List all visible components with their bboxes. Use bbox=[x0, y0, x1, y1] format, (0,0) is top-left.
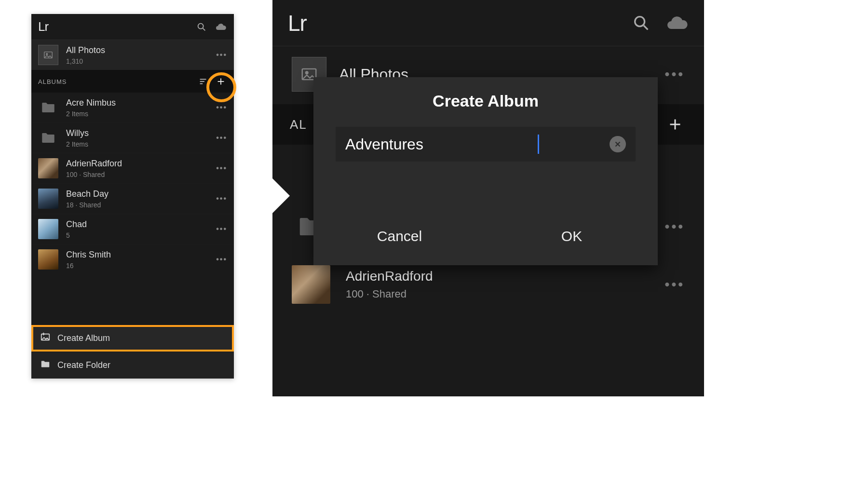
album-name: AdrienRadford bbox=[66, 159, 122, 169]
text-cursor bbox=[538, 135, 539, 154]
album-subtitle: 16 bbox=[66, 262, 111, 270]
search-icon[interactable] bbox=[630, 12, 653, 35]
more-icon[interactable]: ••• bbox=[216, 255, 227, 264]
cancel-button[interactable]: Cancel bbox=[313, 207, 486, 265]
app-logo: Lr bbox=[288, 10, 307, 36]
more-icon[interactable]: ••• bbox=[216, 164, 227, 173]
svg-line-13 bbox=[644, 26, 648, 29]
album-thumbnail bbox=[38, 189, 58, 209]
album-name: AdrienRadford bbox=[346, 269, 433, 284]
add-icon[interactable] bbox=[664, 113, 687, 136]
album-name-input[interactable] bbox=[345, 136, 539, 153]
more-icon[interactable]: ••• bbox=[216, 51, 227, 59]
svg-line-1 bbox=[203, 28, 205, 30]
more-icon[interactable]: ••• bbox=[665, 67, 685, 82]
more-icon[interactable]: ••• bbox=[665, 277, 685, 292]
album-name-field-wrap[interactable] bbox=[336, 127, 636, 162]
search-icon[interactable] bbox=[195, 21, 208, 33]
album-subtitle: 100 · Shared bbox=[346, 288, 433, 300]
app-logo: Lr bbox=[38, 19, 48, 34]
more-icon[interactable]: ••• bbox=[216, 194, 227, 203]
album-subtitle: 100 · Shared bbox=[66, 171, 122, 178]
create-folder-label: Create Folder bbox=[57, 360, 110, 370]
album-name: Chad bbox=[66, 219, 87, 230]
add-image-icon bbox=[40, 332, 51, 345]
album-subtitle: 2 Items bbox=[66, 140, 89, 148]
all-photos-count: 1,310 bbox=[66, 57, 105, 65]
dialog-actions: Cancel OK bbox=[313, 207, 658, 265]
album-row[interactable]: Chad5••• bbox=[31, 214, 234, 244]
right-header: Lr bbox=[272, 0, 704, 46]
svg-point-12 bbox=[635, 16, 645, 26]
album-name: Acre Nimbus bbox=[66, 98, 116, 108]
cloud-icon[interactable] bbox=[215, 21, 227, 33]
left-header: Lr bbox=[31, 14, 234, 40]
album-subtitle: 18 · Shared bbox=[66, 201, 108, 209]
more-icon[interactable]: ••• bbox=[216, 134, 227, 142]
all-photos-title: All Photos bbox=[66, 45, 105, 55]
create-album-dialog: Create Album Cancel OK bbox=[313, 77, 658, 265]
albums-header: ALBUMS bbox=[31, 70, 234, 93]
album-thumbnail bbox=[38, 249, 58, 270]
album-thumbnail bbox=[38, 158, 58, 178]
clear-input-icon[interactable] bbox=[610, 136, 626, 152]
folder-icon bbox=[40, 359, 51, 372]
album-row[interactable]: Willys2 Items••• bbox=[31, 123, 234, 153]
album-row[interactable]: AdrienRadford100 · Shared••• bbox=[31, 153, 234, 184]
folder-icon bbox=[38, 97, 58, 118]
album-name: Willys bbox=[66, 128, 89, 138]
album-row[interactable]: Beach Day18 · Shared••• bbox=[31, 184, 234, 214]
more-icon[interactable]: ••• bbox=[216, 103, 227, 112]
album-subtitle: 2 Items bbox=[66, 110, 116, 118]
more-icon[interactable]: ••• bbox=[665, 219, 685, 234]
album-row[interactable]: Acre Nimbus2 Items••• bbox=[31, 93, 234, 123]
svg-point-15 bbox=[306, 71, 308, 74]
album-name: Chris Smith bbox=[66, 250, 111, 260]
tutorial-arrow-icon bbox=[272, 178, 290, 213]
image-placeholder-icon bbox=[38, 45, 58, 65]
create-album-label: Create Album bbox=[57, 333, 110, 343]
album-thumbnail bbox=[292, 265, 330, 304]
all-photos-row[interactable]: All Photos 1,310 ••• bbox=[31, 40, 234, 70]
create-album-menu-item[interactable]: Create Album bbox=[31, 325, 234, 352]
dialog-title: Create Album bbox=[313, 92, 658, 110]
add-icon[interactable] bbox=[215, 75, 227, 88]
svg-point-0 bbox=[198, 23, 203, 28]
ok-button[interactable]: OK bbox=[486, 207, 658, 265]
svg-point-3 bbox=[46, 54, 48, 55]
album-row[interactable]: Chris Smith16••• bbox=[31, 244, 234, 274]
albums-header-label: ALBUMS bbox=[38, 78, 67, 85]
left-sidebar: Lr All Photos 1,310 ••• ALBUMS bbox=[31, 14, 234, 379]
albums-header-label: AL bbox=[290, 117, 307, 132]
album-list: Acre Nimbus2 Items•••Willys2 Items•••Adr… bbox=[31, 93, 234, 274]
album-thumbnail bbox=[38, 219, 58, 239]
album-subtitle: 5 bbox=[66, 231, 87, 239]
album-name: Beach Day bbox=[66, 189, 108, 199]
cloud-icon[interactable] bbox=[665, 12, 689, 35]
create-folder-menu-item[interactable]: Create Folder bbox=[31, 352, 234, 379]
more-icon[interactable]: ••• bbox=[216, 225, 227, 233]
sort-icon[interactable] bbox=[197, 75, 210, 88]
folder-icon bbox=[38, 128, 58, 148]
